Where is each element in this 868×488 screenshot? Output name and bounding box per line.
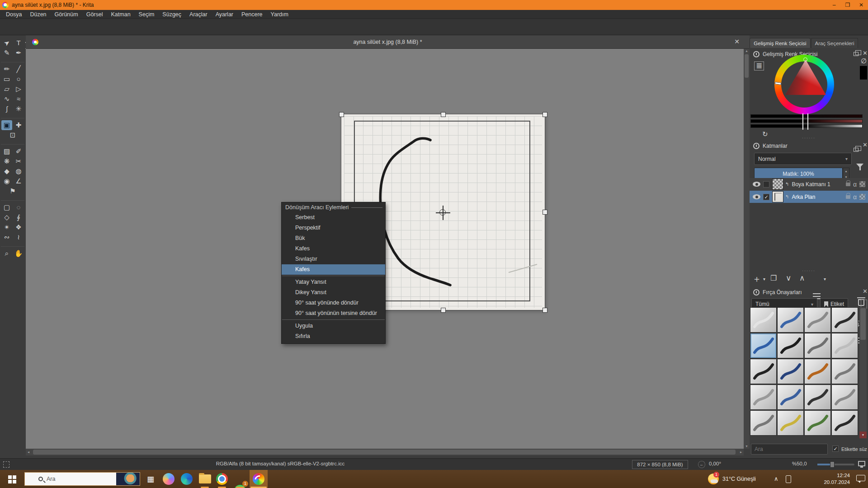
- menu-item-7[interactable]: Araçlar: [185, 10, 212, 19]
- context-menu-item-7[interactable]: Dikey Yansıt: [282, 287, 385, 298]
- menu-item-1[interactable]: Düzen: [26, 10, 50, 19]
- tool-ellipse-select[interactable]: ◌: [13, 202, 24, 212]
- transform-handle-top-center[interactable]: [441, 112, 446, 117]
- menu-item-8[interactable]: Ayarlar: [212, 10, 237, 19]
- scroll-up-icon[interactable]: ▴: [744, 49, 750, 53]
- layer-thumbnail[interactable]: [772, 178, 783, 190]
- rotation-icon[interactable]: ←: [698, 461, 705, 468]
- tool-measure[interactable]: ∠: [13, 176, 24, 186]
- brush-preset-charcoal-dark[interactable]: [804, 385, 831, 410]
- tool-color-sampler[interactable]: ✐: [13, 146, 24, 156]
- taskbar-search[interactable]: Ara: [24, 472, 140, 486]
- lock-docker-icon[interactable]: [753, 289, 760, 296]
- tab-tool-options[interactable]: Araç Seçenekleri: [811, 38, 858, 48]
- layer-alpha-icon[interactable]: α: [853, 181, 857, 188]
- tool-select-shapes[interactable]: ➤: [1, 38, 12, 48]
- vertical-scrollbar[interactable]: ▴ ▾: [744, 49, 750, 449]
- menu-item-0[interactable]: Dosya: [2, 10, 26, 19]
- color-selector-settings-icon[interactable]: ≣: [754, 61, 764, 70]
- tab-advanced-color-selector[interactable]: Gelişmiş Renk Seçicisi: [750, 38, 811, 48]
- brush-preset-marker-navy[interactable]: [777, 359, 804, 384]
- layer-thumbnail[interactable]: [772, 191, 783, 202]
- transform-center-crosshair[interactable]: [436, 206, 450, 220]
- tool-magnetic-select[interactable]: ≀: [13, 232, 24, 242]
- tool-dynamic-brush[interactable]: ∫: [1, 104, 12, 114]
- tool-zoom[interactable]: ⌕: [1, 249, 12, 258]
- menu-item-9[interactable]: Pencere: [237, 10, 267, 19]
- tool-ellipse[interactable]: ○: [13, 74, 24, 84]
- vertical-scrollbar-thumb[interactable]: [745, 54, 749, 78]
- context-menu-item-6[interactable]: Yatay Yansıt: [282, 277, 385, 287]
- brush-preset-ink-pen-blue[interactable]: [777, 307, 804, 333]
- layer-filter-icon[interactable]: [856, 164, 863, 168]
- document-tab-title[interactable]: ayna silüet x.jpg (8,8 MiB) *: [26, 35, 750, 48]
- tool-reference-images[interactable]: ⚑: [7, 186, 18, 196]
- tool-rect-select[interactable]: ▢: [1, 202, 12, 212]
- chevron-down-icon[interactable]: ▾: [824, 277, 826, 282]
- tool-similar-select[interactable]: ✴: [1, 222, 12, 232]
- layer-row-0[interactable]: ↰Boya Katmanı 1α: [750, 178, 868, 190]
- brush-preset-brush-dark[interactable]: [750, 359, 777, 384]
- tool-rectangle[interactable]: ▭: [1, 74, 12, 84]
- brush-grid-scrollbar-thumb[interactable]: [860, 308, 866, 340]
- brush-preset-ballpoint-blue[interactable]: [750, 333, 777, 358]
- layer-alpha-icon[interactable]: α: [853, 193, 857, 201]
- menu-item-4[interactable]: Katman: [107, 10, 135, 19]
- tool-calligraphy[interactable]: ✒: [13, 48, 24, 58]
- restore-button[interactable]: ❐: [841, 0, 854, 10]
- docker-resize-handle[interactable]: ······: [750, 136, 868, 140]
- clock[interactable]: 12:24 20.07.2024: [815, 472, 850, 486]
- chevron-down-icon[interactable]: ▾: [763, 277, 765, 282]
- notification-center-icon[interactable]: [856, 475, 865, 481]
- tool-gradient[interactable]: ▨: [1, 146, 12, 156]
- layer-visibility-icon[interactable]: [753, 182, 760, 187]
- spin-up-icon[interactable]: ▴: [843, 168, 849, 174]
- tool-smart-patch[interactable]: ✂: [13, 156, 24, 166]
- zoom-value[interactable]: %50,0: [792, 461, 807, 466]
- transform-handle-top-right[interactable]: [542, 112, 547, 117]
- brush-preset-ballpoint-circle-blue[interactable]: [777, 385, 804, 410]
- transform-handle-bottom-right[interactable]: [542, 308, 547, 313]
- menu-item-6[interactable]: Süzgeç: [158, 10, 185, 19]
- tool-freehand-path[interactable]: ≈: [13, 94, 24, 104]
- filter-by-tag-checkbox[interactable]: ✓: [832, 446, 839, 452]
- tool-crop[interactable]: ⊡: [7, 130, 18, 140]
- context-menu-item-3[interactable]: Kafes: [282, 244, 385, 254]
- layer-alpha-checker-icon[interactable]: [859, 194, 865, 200]
- brush-preset-pen-light[interactable]: [750, 385, 777, 410]
- layer-checkbox[interactable]: [763, 181, 769, 188]
- close-docker-icon[interactable]: ✕: [863, 288, 868, 295]
- krita-taskbar-button[interactable]: [250, 470, 268, 488]
- duplicate-layer-icon[interactable]: ❐: [770, 274, 777, 282]
- layer-blend-mode-dropdown[interactable]: Normal ▾: [754, 153, 852, 165]
- no-color-icon[interactable]: ∅: [861, 57, 867, 65]
- tool-move[interactable]: ✚: [13, 120, 24, 130]
- menu-item-3[interactable]: Görsel: [82, 10, 107, 19]
- brush-preset-eraser-soft[interactable]: [750, 307, 777, 333]
- layer-row-1[interactable]: ✓↰Arka Planα: [750, 191, 868, 203]
- weather-label[interactable]: 31°C Güneşli: [722, 476, 756, 482]
- layer-lock-icon[interactable]: [846, 183, 850, 186]
- close-button[interactable]: ✕: [854, 0, 868, 10]
- lock-docker-icon[interactable]: [753, 51, 760, 57]
- tool-polygon-select[interactable]: ◇: [1, 212, 12, 222]
- tool-enclose-fill[interactable]: ◍: [13, 166, 24, 176]
- scroll-right-icon[interactable]: ▸: [740, 450, 742, 454]
- transform-handle-top-left[interactable]: [339, 112, 344, 117]
- brush-preset-pencil-light[interactable]: [831, 333, 858, 358]
- current-color-swatch[interactable]: [860, 66, 867, 80]
- transform-handle-bottom-center[interactable]: [441, 308, 446, 313]
- layer-visibility-icon[interactable]: [753, 194, 760, 199]
- menu-item-10[interactable]: Yardım: [267, 10, 292, 19]
- layer-alpha-checker-icon[interactable]: [859, 181, 865, 187]
- float-docker-icon[interactable]: [854, 52, 859, 56]
- tool-pattern-edit[interactable]: ❋: [1, 156, 12, 166]
- start-button[interactable]: [8, 475, 16, 483]
- brush-preset-scribble-dark[interactable]: [831, 410, 858, 436]
- selection-indicator-icon[interactable]: [3, 461, 9, 468]
- context-menu-item-5[interactable]: Kafes: [282, 264, 385, 275]
- chrome-icon[interactable]: [216, 473, 228, 485]
- menu-item-2[interactable]: Görünüm: [51, 10, 82, 19]
- horizontal-scrollbar-thumb[interactable]: [33, 450, 736, 455]
- brush-preset-pen-gray[interactable]: [804, 333, 831, 358]
